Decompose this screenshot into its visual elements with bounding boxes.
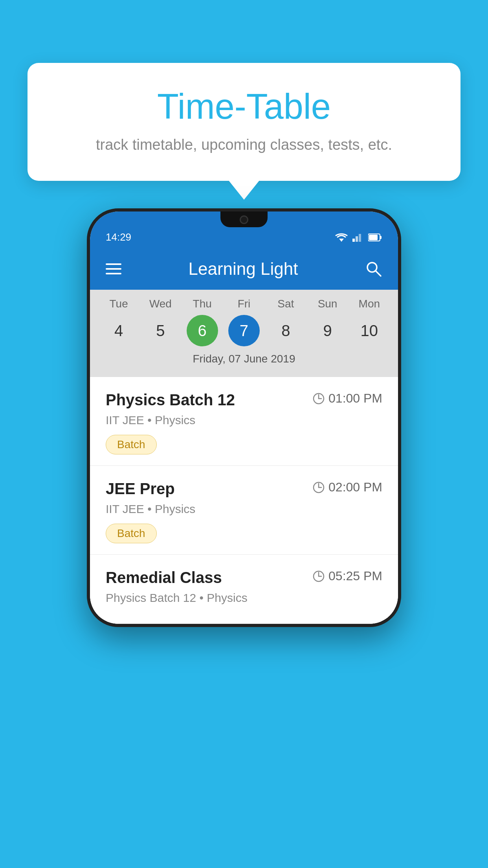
class-name-0: Physics Batch 12 [106, 391, 235, 409]
day-col-sun[interactable]: Sun 9 [308, 298, 347, 346]
svg-rect-1 [352, 239, 355, 242]
phone-screen: 14:29 [90, 211, 398, 624]
day-num-sat: 8 [270, 315, 301, 346]
day-col-wed[interactable]: Wed 5 [141, 298, 180, 346]
class-item-2-header: Remedial Class 05:25 PM [106, 569, 382, 587]
class-meta-2: Physics Batch 12 • Physics [106, 591, 382, 605]
class-item-1[interactable]: JEE Prep 02:00 PM IIT JEE • Physics Batc… [90, 466, 398, 555]
phone-camera [240, 215, 248, 224]
tooltip-subtitle: track timetable, upcoming classes, tests… [59, 136, 429, 153]
class-name-2: Remedial Class [106, 569, 222, 587]
class-item-1-header: JEE Prep 02:00 PM [106, 480, 382, 498]
phone-power-button [400, 306, 401, 345]
day-num-fri: 7 [228, 315, 260, 346]
class-item-0-header: Physics Batch 12 01:00 PM [106, 391, 382, 409]
day-num-sun: 9 [312, 315, 343, 346]
phone-vol-up-button [87, 282, 88, 310]
svg-rect-2 [356, 236, 358, 242]
search-button[interactable] [365, 260, 382, 278]
clock-icon-1 [313, 482, 325, 493]
day-name-fri: Fri [238, 298, 251, 310]
phone-vol-down-button [87, 322, 88, 361]
day-headers: Tue 4 Wed 5 Thu 6 Fri 7 [90, 298, 398, 346]
selected-date-label: Friday, 07 June 2019 [90, 346, 398, 373]
calendar-strip: Tue 4 Wed 5 Thu 6 Fri 7 [90, 290, 398, 377]
day-name-tue: Tue [110, 298, 128, 310]
tooltip-title: Time-Table [59, 86, 429, 127]
svg-rect-6 [369, 235, 378, 240]
clock-icon-2 [313, 570, 325, 582]
class-time-0: 01:00 PM [313, 391, 382, 406]
class-list: Physics Batch 12 01:00 PM IIT JEE • Phys… [90, 377, 398, 624]
tooltip-card: Time-Table track timetable, upcoming cla… [28, 63, 460, 181]
class-item-2[interactable]: Remedial Class 05:25 PM Physics Batch 12… [90, 555, 398, 624]
status-icons [335, 233, 382, 242]
signal-icon [352, 233, 363, 242]
app-bar: Learning Light [90, 248, 398, 290]
class-time-1: 02:00 PM [313, 480, 382, 495]
day-col-tue[interactable]: Tue 4 [99, 298, 138, 346]
day-num-thu: 6 [187, 315, 218, 346]
day-name-wed: Wed [149, 298, 172, 310]
hamburger-line [106, 268, 121, 270]
day-col-mon[interactable]: Mon 10 [350, 298, 389, 346]
day-col-fri[interactable]: Fri 7 [224, 298, 264, 346]
class-meta-0: IIT JEE • Physics [106, 414, 382, 427]
search-icon [365, 260, 382, 278]
class-item-0[interactable]: Physics Batch 12 01:00 PM IIT JEE • Phys… [90, 377, 398, 466]
batch-badge-0: Batch [106, 435, 157, 454]
status-time: 14:29 [106, 231, 131, 243]
day-name-sun: Sun [318, 298, 338, 310]
day-name-sat: Sat [277, 298, 294, 310]
day-col-thu[interactable]: Thu 6 [183, 298, 222, 346]
app-title: Learning Light [189, 259, 298, 279]
batch-badge-1: Batch [106, 524, 157, 543]
day-num-mon: 10 [354, 315, 385, 346]
class-meta-1: IIT JEE • Physics [106, 502, 382, 516]
svg-line-8 [376, 271, 381, 276]
day-num-tue: 4 [103, 315, 134, 346]
clock-icon-0 [313, 393, 325, 405]
svg-rect-5 [380, 236, 382, 239]
battery-icon [368, 233, 382, 242]
day-num-wed: 5 [145, 315, 176, 346]
phone-body: 14:29 [87, 208, 401, 627]
wifi-icon [335, 233, 348, 242]
hamburger-menu-button[interactable] [106, 263, 121, 274]
day-col-sat[interactable]: Sat 8 [266, 298, 305, 346]
svg-marker-0 [339, 239, 344, 242]
class-name-1: JEE Prep [106, 480, 175, 498]
hamburger-line [106, 263, 121, 265]
phone-mockup: 14:29 [87, 208, 401, 627]
day-name-mon: Mon [359, 298, 380, 310]
class-time-2: 05:25 PM [313, 569, 382, 583]
svg-rect-3 [359, 234, 361, 242]
day-name-thu: Thu [193, 298, 212, 310]
hamburger-line [106, 273, 121, 274]
